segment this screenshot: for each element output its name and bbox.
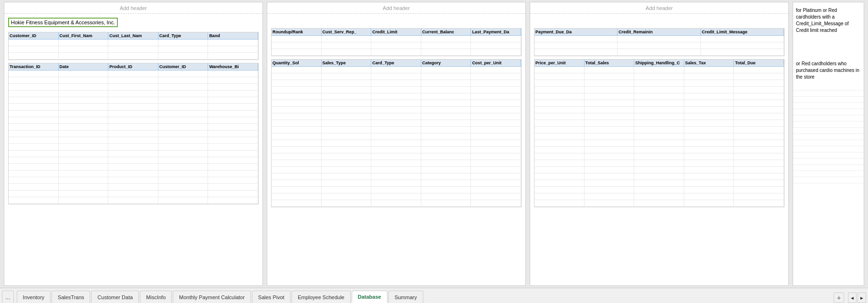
page4-content: for Platinum or Red cardholders with a C…: [793, 2, 864, 185]
col-header: Band: [208, 32, 258, 39]
page2-content: Roundup/Rank Cust_Serv_Rep_ Credit_Limit…: [267, 14, 525, 210]
add-header-2[interactable]: Add header: [267, 2, 525, 14]
data-row: [9, 171, 258, 177]
add-header-3[interactable]: Add header: [530, 2, 788, 14]
data-cell: [9, 46, 59, 52]
data-row: [9, 84, 258, 91]
data-row: [534, 87, 784, 93]
data-row: [9, 191, 258, 197]
scroll-tabs-left[interactable]: ◄: [848, 293, 857, 303]
data-row: [534, 153, 784, 160]
data-row: [9, 97, 258, 104]
tab-salestrans[interactable]: SalesTrans: [52, 291, 90, 303]
col-header: Warehouse_Bi: [208, 63, 258, 70]
data-row: [9, 104, 258, 111]
data-cell: [59, 53, 109, 59]
page-preview-4: for Platinum or Red cardholders with a C…: [793, 2, 864, 286]
data-row: [9, 131, 258, 137]
data-row: [9, 124, 258, 131]
data-row: [534, 140, 784, 147]
col-header: Cust_Last_Nam: [108, 32, 158, 39]
data-row: [534, 187, 784, 193]
data-row: [272, 49, 521, 56]
tab-database[interactable]: Database: [352, 291, 387, 303]
data-cell: [59, 46, 109, 52]
col-header: Category: [421, 60, 471, 66]
col-header: Quantity_Sol: [272, 60, 322, 66]
data-cell: [9, 53, 59, 59]
data-row: [9, 40, 258, 46]
data-row: [272, 147, 521, 153]
data-cell: [108, 40, 158, 46]
tab-miscinfo[interactable]: MiscInfo: [140, 291, 172, 303]
page2-section2: Quantity_Sol Sales_Type Card_Type Catego…: [269, 59, 523, 207]
data-row: [9, 137, 258, 144]
page-preview-3: Add header Payment_Due_Da Credit_Remaini…: [530, 2, 789, 286]
data-row: [272, 153, 521, 160]
data-row: [534, 193, 784, 200]
data-row: [9, 184, 258, 191]
data-row: [9, 46, 258, 53]
data-row: [9, 164, 258, 171]
page2-section1: Roundup/Rank Cust_Serv_Rep_ Credit_Limit…: [269, 28, 523, 56]
tab-inventory[interactable]: Inventory: [17, 291, 51, 303]
data-row: [272, 73, 521, 80]
data-cell: [158, 40, 209, 46]
data-row: [534, 67, 784, 73]
page-title: Hokie Fitness Equipment & Accessories, I…: [8, 18, 118, 27]
col-header: Shipping_Handling_C: [634, 60, 684, 66]
col-header: Transaction_ID: [9, 63, 59, 70]
data-row: [272, 160, 521, 167]
col-header: Customer_ID: [158, 63, 209, 70]
text-block-2: or Red cardholders who purchased cardio …: [795, 60, 862, 81]
col-header: Price_per_Unit: [534, 60, 585, 66]
col-header: Total_Sales: [585, 60, 635, 66]
tab-ellipsis[interactable]: ...: [2, 291, 14, 303]
col-header: Sales_Tax: [684, 60, 734, 66]
data-row: [272, 100, 521, 107]
data-row: [272, 93, 521, 100]
data-row: [272, 140, 521, 147]
pages-container: Add header Hokie Fitness Equipment & Acc…: [0, 0, 868, 288]
text-block-1: for Platinum or Red cardholders with a C…: [795, 6, 862, 35]
data-row: [534, 93, 784, 100]
col-header: Credit_Remainin: [617, 29, 701, 35]
add-header-1[interactable]: Add header: [4, 2, 262, 14]
data-row: [534, 36, 784, 42]
data-row: [9, 144, 258, 151]
tab-monthlypayment[interactable]: Monthly Payment Calculator: [173, 291, 251, 303]
data-row: [534, 133, 784, 140]
scroll-tabs-right[interactable]: ►: [858, 293, 866, 303]
col-header: Cust_Serv_Rep_: [322, 29, 372, 35]
col-header: Current_Balanc: [421, 29, 471, 35]
data-row: [534, 173, 784, 180]
tab-summary[interactable]: Summary: [388, 291, 423, 303]
header-row: Price_per_Unit Total_Sales Shipping_Hand…: [534, 60, 784, 67]
header-row: Customer_ID Cust_First_Nam Cust_Last_Nam…: [9, 32, 258, 40]
tab-employeeschedule[interactable]: Employee Schedule: [292, 291, 351, 303]
data-row: [9, 77, 258, 84]
data-cell: [208, 53, 258, 59]
col-header: Credit_Limit_Message: [701, 29, 784, 35]
tab-customerdata[interactable]: Customer Data: [91, 291, 139, 303]
data-row: [534, 167, 784, 173]
page1-content: Hokie Fitness Equipment & Accessories, I…: [4, 14, 262, 207]
data-row: [9, 53, 258, 60]
data-cell: [158, 53, 209, 59]
data-row: [9, 177, 258, 184]
data-row: [9, 197, 258, 204]
data-row: [534, 80, 784, 87]
col-header: Cost_per_Unit: [471, 60, 521, 66]
data-row: [272, 42, 521, 49]
tab-salespivot[interactable]: Sales Pivot: [252, 291, 291, 303]
col-header: Sales_Type: [322, 60, 372, 66]
data-row: [272, 193, 521, 200]
grid1: Customer_ID Cust_First_Nam Cust_Last_Nam…: [8, 32, 259, 60]
data-row: [9, 111, 258, 117]
data-cell: [9, 40, 59, 46]
grid3: Roundup/Rank Cust_Serv_Rep_ Credit_Limit…: [271, 28, 522, 56]
add-sheet-button[interactable]: +: [834, 293, 844, 303]
data-row: [534, 107, 784, 113]
spreadsheet-area: Add header Hokie Fitness Equipment & Acc…: [0, 0, 868, 288]
data-cell: [108, 53, 158, 59]
